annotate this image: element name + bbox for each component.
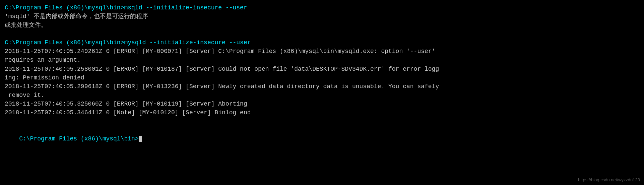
- terminal-line-9: ing: Permission denied: [5, 73, 639, 82]
- terminal-line-11: remove it.: [5, 91, 639, 100]
- terminal-line-2: 'msqld' 不是内部或外部命令，也不是可运行的程序: [5, 12, 639, 21]
- terminal-line-12: 2018-11-25T07:40:05.325060Z 0 [ERROR] [M…: [5, 100, 639, 108]
- terminal-line-5: C:\Program Files (x86)\mysql\bin>mysqld …: [5, 38, 639, 47]
- watermark: https://blog.csdn.net/wyzzdn123: [578, 177, 640, 182]
- terminal-prompt-text: C:\Program Files (x86)\mysql\bin>: [19, 135, 138, 142]
- terminal-line-10: 2018-11-25T07:40:05.299618Z 0 [ERROR] [M…: [5, 82, 639, 91]
- terminal-line-1: C:\Program Files (x86)\mysql\bin>msqld -…: [5, 3, 639, 12]
- terminal-line-3: 或批处理文件。: [5, 21, 639, 29]
- terminal-window: C:\Program Files (x86)\mysql\bin>msqld -…: [0, 0, 644, 185]
- terminal-line-6: 2018-11-25T07:40:05.249261Z 0 [ERROR] [M…: [5, 47, 639, 56]
- terminal-line-7: requires an argument.: [5, 56, 639, 64]
- terminal-line-8: 2018-11-25T07:40:05.258001Z 0 [ERROR] [M…: [5, 65, 639, 73]
- terminal-prompt-line: C:\Program Files (x86)\mysql\bin>: [5, 126, 639, 152]
- blank-line-1: [5, 29, 639, 38]
- terminal-cursor: [139, 136, 142, 142]
- blank-line-2: [5, 117, 639, 126]
- terminal-line-13: 2018-11-25T07:40:05.346411Z 0 [Note] [MY…: [5, 108, 639, 117]
